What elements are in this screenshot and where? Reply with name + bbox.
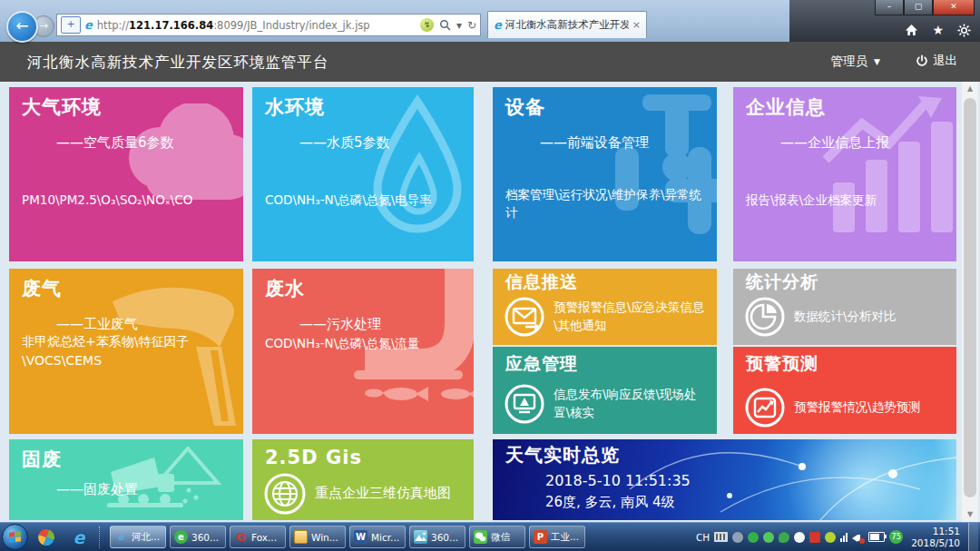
- task-label: Micr...: [371, 532, 399, 543]
- refresh-icon[interactable]: ↻: [467, 19, 476, 32]
- app-header: 河北衡水高新技术产业开发区环境监管平台 管理员 ▼ 退出: [0, 42, 980, 82]
- tile-subtitle: ——空气质量6参数: [56, 134, 174, 152]
- tray-icon-gray[interactable]: [732, 532, 743, 543]
- task-label: 360...: [191, 532, 219, 543]
- tile-enterprise-info[interactable]: 企业信息 ——企业信息上报 报告\报表\企业档案更新: [733, 87, 956, 261]
- bar-chart-up-icon: [817, 96, 953, 237]
- scroll-down-arrow[interactable]: ▼: [962, 507, 978, 522]
- task-foxit[interactable]: G Fox...: [230, 526, 286, 548]
- task-360-browser[interactable]: e 360...: [170, 526, 226, 548]
- task-label: 微信: [491, 531, 510, 544]
- user-name: 管理员: [831, 54, 868, 70]
- tile-title: 天气实时总览: [505, 443, 620, 467]
- monitor-alert-icon: [504, 383, 545, 425]
- tray-icon-chat[interactable]: [794, 532, 805, 543]
- tile-title: 固废: [22, 447, 62, 472]
- gear-icon[interactable]: [957, 24, 971, 37]
- quicklaunch-360-safe[interactable]: [32, 525, 61, 550]
- ie-icon: e: [74, 527, 85, 547]
- tile-detail: 重点企业三维仿真地图: [315, 484, 451, 504]
- search-dropdown-caret[interactable]: ▾: [456, 19, 462, 32]
- powerpoint-icon: P: [534, 530, 547, 544]
- back-button[interactable]: ←: [6, 11, 38, 43]
- keyboard-icon[interactable]: [714, 532, 728, 542]
- tile-subtitle: ——企业信息上报: [780, 134, 889, 152]
- power-icon: [916, 54, 928, 67]
- tray-icon-green-bird[interactable]: [763, 532, 774, 543]
- task-word[interactable]: W Micr...: [349, 526, 406, 548]
- tile-air-environment[interactable]: 大气环境 ——空气质量6参数 PM10\PM2.5\O₃\SO₂\NOₓ\CO: [9, 87, 243, 261]
- 360-browser-icon: e: [174, 530, 188, 544]
- word-icon: W: [354, 530, 368, 544]
- tile-waste-gas[interactable]: 废气 ——工业废气 非甲烷总烃+苯系物\特征因子\VOCS\CEMS: [9, 269, 243, 434]
- tile-weather-overview[interactable]: 天气实时总览 2018-5-10 11:51:35 26度, 多云, 南风 4级: [493, 439, 956, 520]
- pinwheel-icon: [35, 526, 56, 547]
- tile-statistics[interactable]: 统计分析 数据统计\分析对比: [733, 269, 956, 345]
- tile-emergency-management[interactable]: 应急管理 信息发布\响应反馈\现场处置\核实: [493, 347, 717, 434]
- tile-title: 大气环境: [22, 94, 102, 120]
- home-icon[interactable]: [905, 24, 918, 36]
- taskbar-clock[interactable]: 11:51 2018/5/10: [911, 526, 960, 548]
- valve-pipes-icon: [579, 93, 717, 256]
- tray-icon-shield[interactable]: [779, 532, 789, 543]
- search-icon[interactable]: [439, 19, 451, 31]
- tab-close-icon[interactable]: ×: [632, 19, 641, 31]
- tile-title: 企业信息: [746, 94, 826, 120]
- quicklaunch-ie[interactable]: e: [64, 525, 93, 550]
- favorites-star-icon[interactable]: ★: [932, 23, 944, 37]
- mail-send-icon: [504, 296, 545, 338]
- address-bar[interactable]: + e http://121.17.166.84:8099/JB_Industr…: [56, 14, 481, 36]
- ie-page-icon: e: [84, 18, 93, 32]
- input-language-indicator[interactable]: CH: [696, 532, 710, 543]
- task-powerpoint[interactable]: P 工业...: [529, 526, 585, 548]
- tile-equipment[interactable]: 设备 ——前端设备管理 档案管理\运行状况\维护保养\异常统计: [493, 87, 717, 261]
- task-wechat[interactable]: 微信: [469, 526, 525, 548]
- taskbar: e e 河北... e 360... G Fox... Win... W Mic…: [0, 522, 980, 551]
- task-label: Win...: [311, 532, 338, 543]
- show-desktop-button[interactable]: [968, 523, 978, 551]
- task-label: 工业...: [551, 531, 579, 544]
- tile-detail: 报告\报表\企业档案更新: [746, 191, 877, 209]
- chevron-down-icon: ▼: [874, 57, 880, 66]
- tile-title: 预警预测: [746, 352, 818, 376]
- minimize-button[interactable]: –: [875, 0, 904, 15]
- tile-title: 水环境: [265, 94, 325, 120]
- tile-waste-water[interactable]: 废水 ——污水处理 COD\NH₃-N\总磷\总氮\流量: [252, 269, 474, 434]
- screen: ← → + e http://121.17.166.84:8099/JB_Ind…: [0, 0, 980, 551]
- tile-warning-forecast[interactable]: 预警预测 预警报警情况\趋势预测: [733, 347, 956, 434]
- user-menu[interactable]: 管理员 ▼: [831, 54, 880, 70]
- task-ie-hebei[interactable]: e 河北...: [110, 526, 166, 548]
- task-image-viewer[interactable]: 360...: [409, 526, 466, 548]
- tile-detail: COD\NH₃-N\总磷\总氮\流量: [265, 334, 419, 352]
- start-button[interactable]: [2, 524, 28, 550]
- tray-icon-red[interactable]: [809, 532, 820, 543]
- logout-button[interactable]: 退出: [916, 53, 957, 69]
- tile-title: 应急管理: [505, 352, 578, 376]
- scroll-up-arrow[interactable]: ▲: [962, 82, 978, 96]
- maximize-button[interactable]: ▢: [904, 0, 933, 15]
- task-explorer[interactable]: Win...: [289, 526, 346, 548]
- tray-icon-yellow-plus[interactable]: [825, 532, 836, 543]
- tile-subtitle: ——水质5参数: [299, 134, 390, 152]
- add-site-icon[interactable]: +: [61, 16, 81, 34]
- tile-title: 废气: [22, 276, 62, 301]
- compatibility-view-icon[interactable]: ↯: [420, 18, 434, 32]
- tile-info-push[interactable]: 信息推送 预警报警信息\应急决策信息\其他通知: [493, 269, 717, 345]
- weather-condition: 26度, 多云, 南风 4级: [545, 494, 674, 511]
- battery-percent-badge[interactable]: 75: [889, 530, 903, 544]
- tile-gis-map[interactable]: 2.5D Gis 重点企业三维仿真地图: [252, 439, 474, 520]
- browser-tab[interactable]: e 河北衡水高新技术产业开发... ×: [487, 11, 647, 38]
- network-signal-icon[interactable]: [840, 532, 848, 542]
- volume-muted-icon[interactable]: [852, 532, 864, 543]
- url-text[interactable]: http://121.17.166.84:8099/JB_Industry/in…: [97, 19, 416, 32]
- tile-solid-waste[interactable]: 固废 ——固废处置: [9, 439, 243, 520]
- scrollbar-thumb[interactable]: [964, 98, 976, 497]
- tile-detail: 信息发布\响应反馈\现场处置\核实: [554, 386, 707, 421]
- page-scrollbar[interactable]: ▲ ▼: [962, 82, 978, 522]
- tray-icon-green-browser[interactable]: [748, 532, 759, 543]
- folder-icon: [294, 530, 308, 544]
- battery-icon[interactable]: [868, 532, 885, 542]
- system-tray: CH 75 11:51 2018/5/10: [696, 523, 978, 551]
- tile-water-environment[interactable]: 水环境 ——水质5参数 COD\NH₃-N\总磷\总氮\电导率: [252, 87, 474, 261]
- close-button[interactable]: ✕: [933, 0, 975, 15]
